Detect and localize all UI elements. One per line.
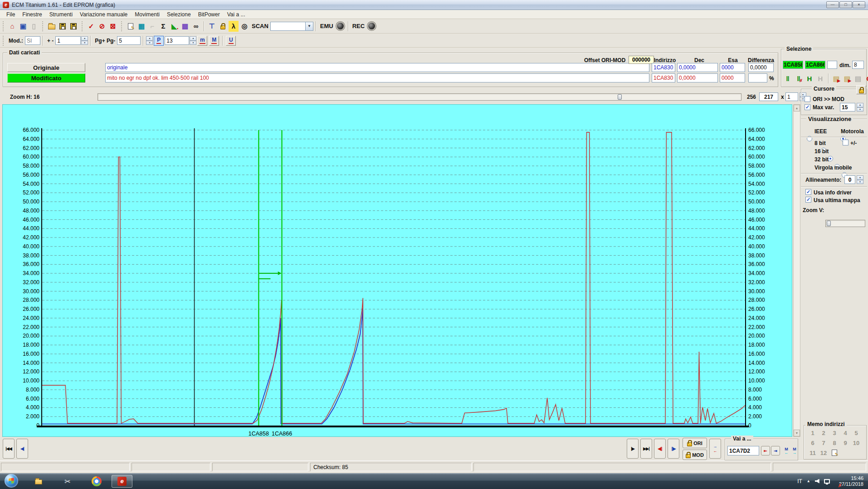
menu-selezione[interactable]: Selezione bbox=[163, 10, 195, 19]
memo-slot-11[interactable]: 11 bbox=[807, 450, 818, 460]
selection-hold-disabled-icon[interactable]: H bbox=[815, 73, 825, 84]
memo-edit-icon[interactable] bbox=[832, 450, 837, 456]
toolbar-grip[interactable] bbox=[3, 21, 5, 31]
find-icon[interactable]: ∞ bbox=[191, 21, 201, 32]
ori-esa-field[interactable] bbox=[720, 63, 745, 72]
modificato-name-field[interactable] bbox=[105, 73, 649, 82]
pg-spinner[interactable]: ▲▼ bbox=[146, 36, 153, 45]
emu-led-button[interactable] bbox=[337, 23, 344, 29]
dim-field[interactable] bbox=[852, 61, 864, 69]
mod-esa-field[interactable] bbox=[720, 73, 745, 82]
chart-icon[interactable]: ◣▪ bbox=[169, 21, 179, 32]
nav-next-diff-button[interactable]: ||▶ bbox=[668, 439, 679, 459]
tray-expand-icon[interactable]: ▲ bbox=[807, 479, 810, 483]
memo-slot-2[interactable]: 2 bbox=[818, 430, 829, 440]
open-file-icon[interactable] bbox=[47, 21, 57, 32]
copy-mod-to-ori-icon[interactable]: ▤▶ bbox=[842, 73, 852, 84]
maximize-button[interactable]: □ bbox=[839, 1, 852, 8]
ori-diff-field[interactable] bbox=[748, 63, 774, 72]
allineamento-spinner[interactable]: ▲▼ bbox=[857, 175, 863, 184]
selection-start-icon[interactable]: ‖ bbox=[783, 73, 793, 84]
selection-delete-icon[interactable]: ‖✗ bbox=[794, 73, 804, 84]
selection-extra-field[interactable] bbox=[827, 61, 837, 69]
originale-button[interactable]: Originale bbox=[7, 63, 85, 72]
nav-prev-button[interactable]: ◀| bbox=[16, 439, 28, 459]
memo-next-button[interactable]: M→ bbox=[791, 446, 798, 455]
menu-movimenti[interactable]: Movimenti bbox=[131, 10, 163, 19]
graph-vertical-scrollbar[interactable]: ▲ ▼ bbox=[793, 104, 800, 437]
taskbar-chrome-icon[interactable] bbox=[89, 475, 104, 488]
sum-icon[interactable]: Σ bbox=[158, 21, 168, 32]
close-button[interactable]: × bbox=[853, 1, 865, 8]
mod-indirizzo-field[interactable] bbox=[652, 73, 675, 82]
zoom-h-value-field[interactable] bbox=[759, 92, 778, 101]
taskbar-snipping-icon[interactable]: ✂ bbox=[60, 475, 75, 488]
nav-step-button[interactable]: |▶ bbox=[627, 439, 639, 459]
save-icon[interactable] bbox=[58, 21, 68, 32]
copy-ori-to-mod-icon[interactable]: ▤▶ bbox=[831, 73, 841, 84]
taskbar-explorer-icon[interactable] bbox=[31, 475, 46, 488]
memo-prev-button[interactable]: M← bbox=[783, 446, 790, 455]
edit-note-icon[interactable] bbox=[126, 21, 136, 32]
zoom-h-slider[interactable] bbox=[98, 93, 741, 101]
memo-slot-7[interactable]: 7 bbox=[818, 440, 829, 450]
compare-arrows-button[interactable]: →← bbox=[709, 439, 721, 459]
selection-from-field[interactable] bbox=[783, 61, 803, 69]
runner-icon[interactable]: λ bbox=[229, 21, 239, 32]
scroll-down-icon[interactable]: ▼ bbox=[794, 430, 800, 436]
goto-mod-icon[interactable]: ⇥ bbox=[771, 446, 780, 455]
p-spinner[interactable]: ▲▼ bbox=[190, 36, 196, 45]
memo-slot-1[interactable]: 1 bbox=[807, 430, 818, 440]
lock-icon[interactable] bbox=[218, 21, 228, 32]
usa-info-checkbox[interactable]: ✓ bbox=[805, 189, 811, 195]
selection-to-field[interactable] bbox=[805, 61, 825, 69]
tools-icon[interactable]: ⌐ bbox=[147, 21, 157, 32]
memo-slot-8[interactable]: 8 bbox=[829, 440, 840, 450]
memo-slot-9[interactable]: 9 bbox=[840, 440, 851, 450]
mod-field[interactable] bbox=[25, 36, 40, 45]
zoom-h-thumb[interactable] bbox=[618, 94, 622, 100]
max-var-field[interactable] bbox=[840, 103, 855, 111]
annul-icon[interactable]: ⊘ bbox=[97, 21, 107, 32]
toolbar-grip[interactable] bbox=[42, 21, 44, 31]
menu-strumenti[interactable]: Strumenti bbox=[46, 10, 76, 19]
confirm-icon[interactable]: ✓ bbox=[86, 21, 96, 32]
scan-dropdown-icon[interactable]: ▼ bbox=[306, 22, 313, 31]
scan-combobox[interactable]: ▼ bbox=[270, 22, 313, 31]
memo-slot-6[interactable]: 6 bbox=[807, 440, 818, 450]
ori-indirizzo-field[interactable] bbox=[652, 63, 675, 72]
new-window-icon[interactable]: ▯ bbox=[29, 21, 39, 32]
allineamento-field[interactable] bbox=[844, 175, 855, 184]
menu-file[interactable]: File bbox=[3, 10, 19, 19]
taskbar-clock[interactable]: 15:46 27/11/2018 bbox=[839, 475, 866, 487]
step-spinner[interactable]: ▲▼ bbox=[81, 36, 88, 45]
title-bar[interactable]: e ECM Titanium 1.61 - Edit EPROM (grafic… bbox=[0, 0, 868, 10]
menu-vai-a[interactable]: Vai a ... bbox=[224, 10, 249, 19]
memo-slot-5[interactable]: 5 bbox=[851, 430, 862, 440]
toolbar-grip[interactable] bbox=[82, 21, 84, 31]
zoom-h-mult-field[interactable] bbox=[785, 92, 798, 101]
toolbar-grip[interactable] bbox=[121, 21, 123, 31]
memo-slot-3[interactable]: 3 bbox=[829, 430, 840, 440]
copy-window-icon[interactable]: ▣ bbox=[18, 21, 28, 32]
scroll-up-icon[interactable]: ▲ bbox=[794, 105, 800, 111]
nav-prev-diff-button[interactable]: ◀|| bbox=[654, 439, 666, 459]
start-button[interactable] bbox=[5, 474, 18, 488]
modificato-button[interactable]: Modificato bbox=[7, 73, 85, 82]
zoom-v-slider[interactable] bbox=[825, 220, 865, 227]
goto-ori-icon[interactable]: ⇤ bbox=[761, 446, 770, 455]
cursor-lock-button[interactable] bbox=[856, 85, 866, 94]
delete-icon[interactable]: ⊠ bbox=[108, 21, 118, 32]
zoom-v-thumb[interactable] bbox=[827, 221, 831, 226]
table-view-icon[interactable]: ▦ bbox=[137, 21, 146, 32]
originale-name-field[interactable] bbox=[105, 63, 649, 72]
menu-variazione-manuale[interactable]: Variazione manuale bbox=[76, 10, 131, 19]
offset-field[interactable]: 000000 bbox=[629, 56, 654, 64]
taskbar-ecm-icon[interactable]: e bbox=[112, 475, 132, 488]
nav-first-button[interactable]: |◀◀ bbox=[3, 439, 15, 459]
graph-canvas[interactable]: 002.0002.0004.0004.0006.0006.0008.0008.0… bbox=[3, 105, 792, 436]
max-button[interactable]: M bbox=[209, 36, 219, 46]
minimize-button[interactable]: — bbox=[826, 1, 839, 8]
percent-mode-button[interactable]: P bbox=[154, 36, 164, 46]
menu-bitpower[interactable]: BitPower bbox=[195, 10, 224, 19]
